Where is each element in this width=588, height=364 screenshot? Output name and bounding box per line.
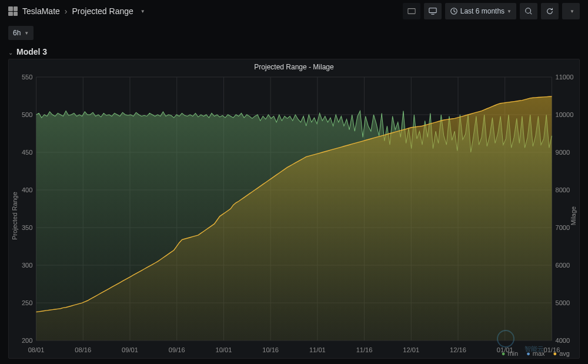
- svg-text:350: 350: [22, 224, 33, 231]
- svg-text:300: 300: [22, 262, 33, 269]
- panel-title: Projected Range - Milage: [9, 59, 579, 72]
- row-header[interactable]: ⌄ Model 3: [0, 44, 588, 59]
- time-range-label: Last 6 months: [460, 7, 505, 15]
- variables-row: 6h ▼: [0, 22, 588, 44]
- svg-text:400: 400: [22, 186, 33, 193]
- refresh-interval-button[interactable]: ▼: [562, 3, 580, 19]
- add-panel-button[interactable]: [403, 3, 420, 19]
- svg-text:6000: 6000: [555, 262, 570, 269]
- svg-text:450: 450: [22, 149, 33, 156]
- svg-text:12/16: 12/16: [450, 346, 466, 353]
- svg-text:10000: 10000: [555, 111, 573, 118]
- toolbar-right: Last 6 months ▼ ▼: [403, 3, 580, 19]
- zoom-out-icon: [524, 7, 533, 15]
- breadcrumb-root: TeslaMate: [22, 6, 60, 16]
- monitor-icon: [429, 7, 437, 15]
- svg-text:9000: 9000: [555, 149, 570, 156]
- svg-text:11000: 11000: [555, 74, 573, 81]
- svg-text:10/16: 10/16: [262, 346, 279, 353]
- svg-text:200: 200: [22, 337, 33, 344]
- svg-text:250: 250: [22, 299, 33, 306]
- chevron-down-icon: ▼: [570, 9, 574, 14]
- chevron-right-icon: ›: [65, 6, 68, 16]
- topbar: TeslaMate › Projected Range ▼ Last 6 mon…: [0, 0, 588, 22]
- breadcrumb[interactable]: TeslaMate › Projected Range ▼: [8, 6, 145, 16]
- svg-text:500: 500: [22, 111, 33, 118]
- refresh-button[interactable]: [541, 3, 559, 19]
- chart-panel: Projected Range - Milage Projected Range…: [8, 59, 580, 359]
- chevron-down-icon: ▼: [141, 9, 145, 14]
- chevron-down-icon: ⌄: [8, 49, 13, 56]
- svg-text:08/01: 08/01: [28, 346, 45, 353]
- svg-rect-1: [429, 8, 436, 13]
- chart-legend: ●min ●max ●avg: [502, 350, 570, 357]
- chevron-down-icon: ▼: [507, 9, 512, 14]
- svg-text:550: 550: [22, 74, 33, 81]
- legend-avg: ●avg: [553, 350, 570, 357]
- dashboard-icon: [8, 6, 18, 16]
- refresh-icon: [546, 7, 554, 15]
- chart-area[interactable]: Projected Range Milage 20025030035040045…: [9, 74, 579, 358]
- svg-text:11/01: 11/01: [309, 346, 326, 353]
- app-root: TeslaMate › Projected Range ▼ Last 6 mon…: [0, 0, 588, 364]
- interval-variable[interactable]: 6h ▼: [8, 26, 34, 40]
- panel-add-icon: [407, 7, 416, 15]
- svg-text:4000: 4000: [555, 337, 570, 344]
- tv-mode-button[interactable]: [424, 3, 442, 19]
- svg-text:5000: 5000: [555, 299, 570, 306]
- svg-text:11/16: 11/16: [356, 346, 373, 353]
- clock-icon: [450, 7, 458, 15]
- time-range-picker[interactable]: Last 6 months ▼: [445, 3, 516, 19]
- chart-svg: 2002503003504004505005504000500060007000…: [9, 74, 579, 358]
- svg-point-4: [526, 8, 531, 14]
- row-title: Model 3: [16, 47, 47, 56]
- svg-text:09/16: 09/16: [169, 346, 185, 353]
- svg-rect-0: [408, 9, 415, 14]
- svg-text:8000: 8000: [555, 186, 570, 193]
- svg-text:09/01: 09/01: [122, 346, 138, 353]
- svg-text:12/01: 12/01: [403, 346, 419, 353]
- interval-value: 6h: [13, 29, 21, 37]
- legend-min: ●min: [502, 350, 518, 357]
- page-title: Projected Range: [72, 6, 133, 16]
- svg-text:7000: 7000: [555, 224, 570, 231]
- svg-line-5: [530, 13, 532, 15]
- zoom-out-button[interactable]: [520, 3, 537, 19]
- svg-text:10/01: 10/01: [216, 346, 232, 353]
- legend-max: ●max: [526, 350, 544, 357]
- chevron-down-icon: ▼: [24, 31, 29, 36]
- svg-text:08/16: 08/16: [75, 346, 91, 353]
